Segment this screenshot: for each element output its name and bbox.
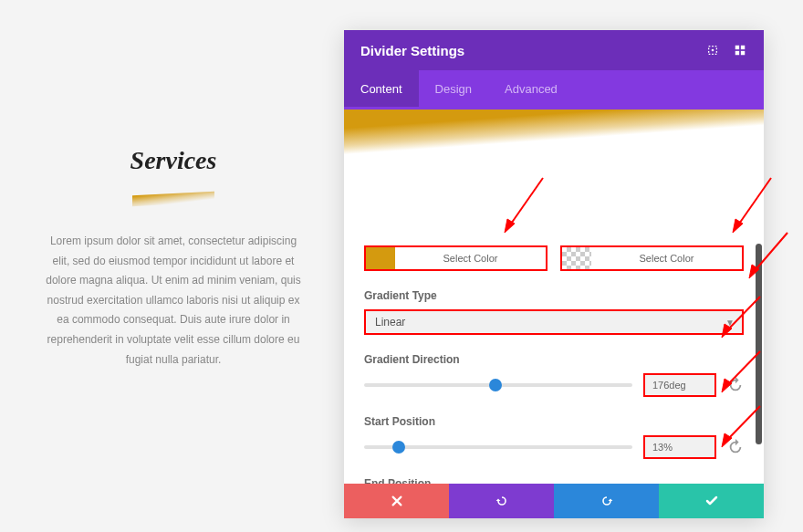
panel-header: Divider Settings [344,30,764,70]
color-label-2: Select Color [591,253,742,264]
swatch-transparent [562,247,591,269]
tab-design[interactable]: Design [419,70,488,107]
start-value[interactable]: 13% [643,435,716,459]
left-preview: Services Lorem ipsum dolor sit amet, con… [46,146,301,370]
start-label: Start Position [364,415,744,428]
svg-rect-2 [735,46,739,49]
direction-label: Gradient Direction [364,353,744,366]
lorem-text: Lorem ipsum dolor sit amet, consectetur … [46,232,301,370]
chevron-down-icon: ▼ [725,318,735,328]
svg-point-1 [712,49,714,52]
reset-icon[interactable] [727,377,744,393]
end-label: End Position [364,477,744,484]
start-slider[interactable] [364,445,632,449]
gradient-type-select[interactable]: Linear ▼ [364,309,744,335]
cancel-button[interactable] [344,484,449,518]
undo-button[interactable] [449,484,554,518]
direction-value[interactable]: 176deg [643,373,716,397]
panel-footer [344,484,764,518]
color-picker-2[interactable]: Select Color [560,245,744,271]
direction-row: 176deg [364,373,744,397]
grid-icon[interactable] [733,43,747,57]
expand-icon[interactable] [705,43,720,57]
tab-advanced[interactable]: Advanced [488,70,574,107]
gradient-type-value: Linear [375,316,405,329]
color-picker-1[interactable]: Select Color [364,245,548,271]
color-label-1: Select Color [395,253,546,264]
save-button[interactable] [659,484,764,518]
tab-content[interactable]: Content [344,70,419,107]
panel-body: Select Color Select Color Gradient Type … [344,107,764,484]
gradient-preview [344,107,764,225]
direction-slider[interactable] [364,383,632,387]
tab-bar: Content Design Advanced [344,70,764,107]
gradient-type-label: Gradient Type [364,289,744,302]
reset-icon[interactable] [727,439,744,455]
scrollbar[interactable] [756,244,762,444]
color-row: Select Color Select Color [364,245,744,271]
services-heading: Services [46,146,301,175]
divider-swoosh [132,192,214,207]
svg-rect-3 [741,46,745,49]
redo-button[interactable] [554,484,659,518]
header-actions [705,43,747,57]
direction-thumb[interactable] [489,379,502,391]
start-row: 13% [364,435,744,459]
start-thumb[interactable] [392,441,405,454]
settings-panel: Divider Settings Content Design Advanced… [344,30,764,518]
svg-rect-5 [741,51,745,55]
swatch-gold [366,247,395,269]
panel-title: Divider Settings [360,43,464,58]
svg-rect-4 [735,51,739,55]
